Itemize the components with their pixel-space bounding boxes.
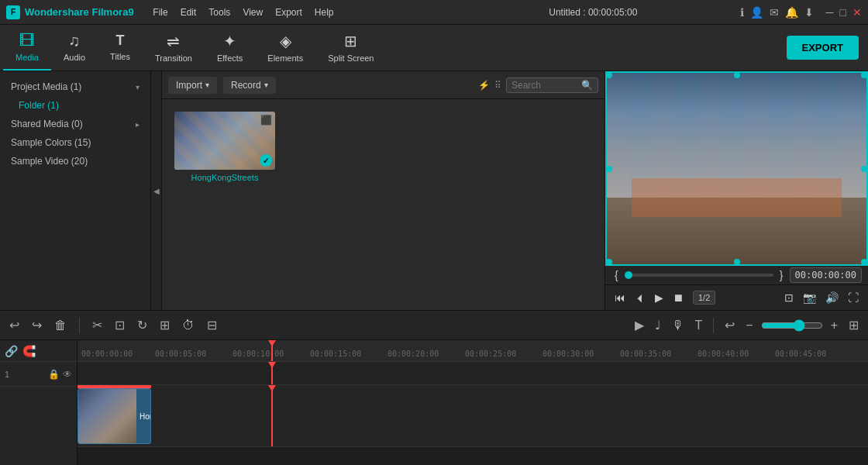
audio-icon: ♫ [69,32,81,50]
media-item-hongkong[interactable]: ⬛ ✓ HongKongStreets [174,112,275,182]
grid-icon[interactable]: ⠿ [494,80,501,91]
elements-icon: ◈ [280,32,291,50]
crop-button[interactable]: ⊡ [112,316,128,334]
adjust-button[interactable]: ⊟ [204,316,220,334]
filter-icon[interactable]: ⚡ [478,80,490,91]
main-area: Project Media (1) ▾ Folder (1) Shared Me… [0,71,868,310]
lock-icon[interactable]: 🔒 [48,369,60,380]
zoom-slider[interactable] [761,319,823,332]
minus-zoom-button[interactable]: − [742,317,756,334]
snapshot-button[interactable]: 📷 [800,290,819,305]
scrubber-handle[interactable] [625,271,632,279]
clock-button[interactable]: ⏱ [179,317,198,334]
sidebar-item-project-media[interactable]: Project Media (1) ▾ [0,78,150,96]
prev-frame-button[interactable]: ⏴ [632,290,649,305]
video-track-row: HongKongStre... [78,385,868,447]
ruler-mark-9: 00:00:45:00 [775,350,826,358]
media-label: Media [16,53,39,62]
minimize-icon[interactable]: ─ [826,6,834,19]
rewind-button[interactable]: ⏮ [611,290,629,305]
menu-help[interactable]: Help [315,7,334,18]
cut-button[interactable]: ✂ [89,316,105,334]
text-track-button[interactable]: T [692,317,706,334]
chevron-right-icon: ▸ [136,120,140,129]
stop-button[interactable]: ⏹ [670,290,687,305]
fit-button[interactable]: ⊞ [157,316,173,334]
separator-1 [79,318,80,333]
toolbar-effects[interactable]: ✦ Effects [205,25,255,71]
timeline-scrubber[interactable] [625,274,773,277]
menu-file[interactable]: File [153,7,167,18]
toolbar-transition[interactable]: ⇌ Transition [143,25,205,71]
menu-edit[interactable]: Edit [181,7,197,18]
magnet-icon[interactable]: 🧲 [22,345,36,357]
menu-tools[interactable]: Tools [208,7,230,18]
main-toolbar: 🎞 Media ♫ Audio T Titles ⇌ Transition ✦ … [0,25,868,71]
fullscreen-button[interactable]: ⛶ [845,290,862,305]
record-button[interactable]: Record ▾ [223,77,276,94]
sidebar-item-shared-media[interactable]: Shared Media (0) ▸ [0,115,150,133]
snap-icon[interactable]: 🔗 [5,345,18,357]
account-icon[interactable]: 👤 [750,6,763,19]
timeline-bracket-left[interactable]: { [611,267,622,283]
undo-button[interactable]: ↩ [6,316,22,334]
download-icon[interactable]: ⬇ [804,6,814,19]
volume-button[interactable]: 🔊 [822,290,842,305]
sidebar-collapse-button[interactable]: ◀ [151,71,162,310]
sidebar-item-folder[interactable]: Folder (1) [0,96,150,115]
eye-icon[interactable]: 👁 [63,369,72,380]
import-button[interactable]: Import ▾ [168,77,217,94]
beat-button[interactable]: ♩ [652,316,664,334]
collapse-arrow-icon: ◀ [153,187,160,195]
transition-label: Transition [155,53,192,63]
preview-panel: { } 00:00:00:00 ⏮ ⏴ ▶ ⏹ 1/2 ⊡ 📷 🔊 ⛶ [604,71,868,310]
voice-record-button[interactable]: 🎙 [669,317,687,334]
playhead[interactable] [271,340,273,361]
elements-label: Elements [267,53,303,63]
ruler-mark-4: 00:00:20:00 [388,350,439,358]
mail-icon[interactable]: ✉ [770,6,779,19]
search-box: 🔍 [506,78,598,93]
sidebar-item-sample-video[interactable]: Sample Video (20) [0,152,150,170]
delete-button[interactable]: 🗑 [51,317,70,334]
clip-label: HongKongStre... [136,411,150,422]
menu-bar: File Edit Tools View Export Help [153,7,446,18]
chevron-down-icon: ▾ [136,83,140,91]
toolbar-elements[interactable]: ◈ Elements [255,25,315,71]
toolbar-titles[interactable]: T Titles [98,25,143,71]
close-icon[interactable]: ✕ [852,6,862,19]
import-label: Import [176,80,202,91]
plus-zoom-button[interactable]: + [828,317,841,334]
notification-icon[interactable]: 🔔 [785,6,798,19]
sidebar-item-sample-colors[interactable]: Sample Colors (15) [0,133,150,152]
redo-button[interactable]: ↪ [29,316,45,334]
info-icon[interactable]: ℹ [740,6,744,19]
maximize-icon[interactable]: □ [840,6,846,19]
extend-button[interactable]: ⊞ [846,316,862,334]
layout-button[interactable]: ⊡ [781,290,797,305]
track-headers: 🔗 🧲 1 🔒 👁 [0,340,78,465]
snap-button[interactable]: ↩ [722,316,738,334]
toolbar-media[interactable]: 🎞 Media [3,25,51,71]
video-clip-hongkong[interactable]: HongKongStre... [78,388,151,444]
ruler-mark-8: 00:00:40:00 [698,350,749,358]
toolbar-audio[interactable]: ♫ Audio [51,25,98,71]
track-controls: 🔒 👁 [48,369,72,380]
speed-selector[interactable]: 1/2 [693,291,715,305]
project-media-label: Project Media (1) [11,81,81,92]
toolbar-split-screen[interactable]: ⊞ Split Screen [315,25,386,71]
media-icon: 🎞 [19,32,35,50]
project-title: Untitled : 00:00:05:00 [446,7,740,18]
search-input[interactable] [512,80,581,91]
rotate-button[interactable]: ↻ [134,316,150,334]
media-panel: Import ▾ Record ▾ ⚡ ⠿ 🔍 ⬛ ✓ [162,71,604,310]
timeline-bracket-right[interactable]: } [777,267,787,283]
play-button[interactable]: ▶ [652,290,666,305]
timeline-tracks: 00:00:00:00 00:00:05:00 00:00:10:00 00:0… [78,340,868,465]
menu-view[interactable]: View [243,7,263,18]
timeline-content: 🔗 🧲 1 🔒 👁 00:00:00:00 00:00:05:00 00:00:… [0,340,868,465]
play-timeline-button[interactable]: ▶ [632,316,647,334]
effects-label: Effects [217,53,243,63]
menu-export[interactable]: Export [275,7,302,18]
export-button[interactable]: EXPORT [787,36,859,60]
